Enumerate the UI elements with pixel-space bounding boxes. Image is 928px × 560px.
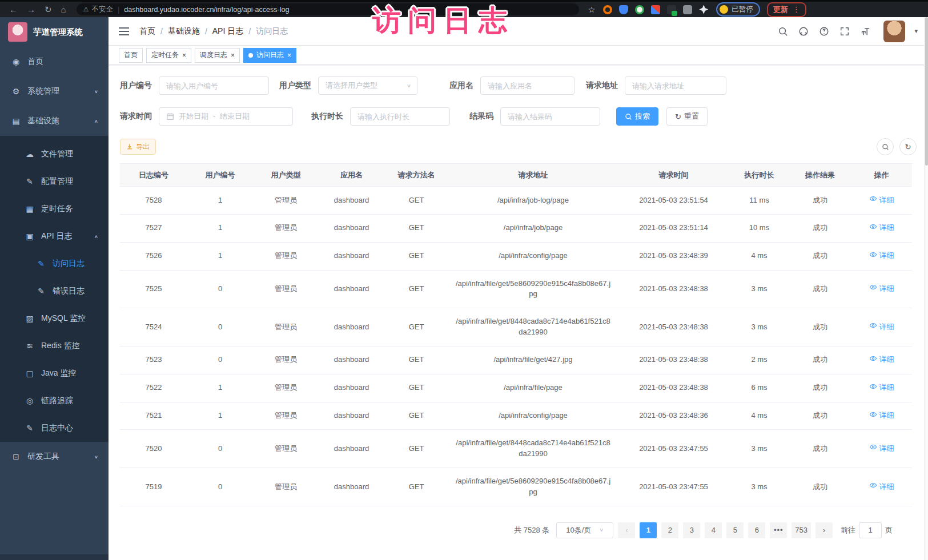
- date-range-picker[interactable]: 开始日期 - 结束日期: [159, 107, 293, 126]
- detail-link[interactable]: 详细: [869, 354, 894, 366]
- user-id-input[interactable]: [166, 82, 262, 90]
- extension-icon[interactable]: [699, 5, 708, 14]
- detail-link[interactable]: 详细: [869, 321, 894, 333]
- sidebar-item[interactable]: ✎错误日志: [0, 277, 109, 305]
- sidebar-item[interactable]: ✎日志中心: [0, 414, 109, 442]
- start-date-placeholder: 开始日期: [179, 111, 208, 122]
- browser-menu-dots-icon[interactable]: ⋮: [793, 5, 800, 14]
- breadcrumb-item[interactable]: 基础设施: [168, 26, 200, 37]
- browser-forward-icon[interactable]: →: [27, 5, 35, 14]
- sidebar-item[interactable]: ☁文件管理: [0, 136, 109, 168]
- detail-label: 详细: [879, 195, 894, 206]
- breadcrumb-item[interactable]: 首页: [139, 26, 155, 37]
- extension-icon[interactable]: [651, 5, 660, 14]
- result-code-input[interactable]: [508, 112, 593, 121]
- address-bar[interactable]: ⚠ 不安全 | dashboard.yudao.iocoder.cn/infra…: [77, 3, 579, 15]
- browser-home-icon[interactable]: ⌂: [61, 5, 66, 14]
- app-name-input[interactable]: [488, 82, 567, 90]
- page-size-select[interactable]: 10条/页 ∨: [556, 522, 613, 538]
- avatar-caret-down-icon[interactable]: ▾: [914, 27, 918, 35]
- security-label[interactable]: 不安全: [92, 5, 114, 14]
- browser-back-icon[interactable]: ←: [9, 5, 18, 14]
- search-button[interactable]: 搜索: [616, 107, 658, 126]
- sidebar-item[interactable]: ≋Redis 监控: [0, 332, 109, 360]
- pager-ellipsis[interactable]: •••: [770, 522, 787, 538]
- detail-link[interactable]: 详细: [869, 195, 894, 206]
- toggle-search-button[interactable]: [877, 138, 894, 155]
- breadcrumb-item[interactable]: API 日志: [212, 26, 243, 37]
- page-unit-label: 页: [885, 525, 893, 535]
- tag-active[interactable]: 访问日志×: [243, 48, 296, 63]
- log-center-icon: ✎: [25, 424, 34, 433]
- sidebar-item[interactable]: ⊡研发工具∨: [0, 442, 109, 472]
- sidebar-item[interactable]: ▢Java 监控: [0, 360, 109, 387]
- hamburger-icon[interactable]: [119, 27, 129, 35]
- sidebar-item[interactable]: ◉首页: [0, 47, 109, 76]
- search-icon[interactable]: [777, 26, 789, 37]
- user-type-select[interactable]: 请选择用户类型 ∨: [318, 76, 417, 95]
- result-code-label: 结果码: [469, 111, 493, 122]
- sidebar-item[interactable]: ▤基础设施∧: [0, 106, 109, 136]
- fullscreen-icon[interactable]: [839, 26, 850, 37]
- user-avatar[interactable]: [883, 21, 905, 42]
- tag-item[interactable]: 首页: [119, 48, 143, 63]
- sidebar-item[interactable]: ▣API 日志∧: [0, 223, 109, 250]
- browser-reload-icon[interactable]: ↻: [45, 5, 52, 14]
- page-button[interactable]: 1: [640, 522, 657, 538]
- page-button[interactable]: 4: [705, 522, 722, 538]
- reset-button[interactable]: ↻ 重置: [666, 107, 708, 126]
- detail-link[interactable]: 详细: [869, 251, 894, 262]
- sidebar-item[interactable]: ◎链路追踪: [0, 387, 109, 414]
- error-log-icon: ✎: [37, 287, 46, 296]
- scrollbar[interactable]: [924, 17, 928, 560]
- sidebar-item[interactable]: ✎访问日志: [0, 250, 109, 277]
- extension-icon[interactable]: [667, 5, 676, 14]
- page-button[interactable]: 6: [748, 522, 765, 538]
- filter-row-2: 请求时间 开始日期 - 结束日期 执行时长 结果码 搜索: [120, 107, 917, 126]
- sidebar-menu: ◉首页⚙系统管理∨▤基础设施∧☁文件管理✎配置管理▦定时任务▣API 日志∧✎访…: [0, 47, 109, 472]
- font-size-icon[interactable]: [859, 26, 871, 37]
- extension-icon[interactable]: [683, 5, 692, 14]
- help-icon[interactable]: [818, 26, 830, 37]
- detail-link[interactable]: 详细: [869, 481, 894, 493]
- sidebar-item[interactable]: ✎配置管理: [0, 168, 109, 195]
- tag-item[interactable]: 定时任务×: [146, 48, 191, 63]
- app-logo[interactable]: 芋道管理系统: [0, 17, 109, 47]
- page-button[interactable]: 753: [792, 522, 811, 538]
- github-icon[interactable]: [798, 26, 809, 37]
- request-url-input[interactable]: [632, 82, 719, 90]
- extension-icon[interactable]: [635, 5, 644, 14]
- page-button[interactable]: 5: [726, 522, 744, 538]
- detail-label: 详细: [879, 223, 894, 233]
- extension-icon[interactable]: [603, 5, 612, 14]
- page-button[interactable]: 2: [661, 522, 678, 538]
- export-button[interactable]: 导出: [120, 139, 156, 155]
- detail-link[interactable]: 详细: [869, 223, 894, 234]
- goto-page-input[interactable]: [859, 522, 882, 538]
- close-icon[interactable]: ×: [182, 52, 186, 59]
- bookmark-star-icon[interactable]: ☆: [588, 5, 596, 14]
- next-page-button[interactable]: ›: [815, 522, 833, 538]
- duration-input[interactable]: [357, 112, 443, 121]
- close-icon[interactable]: ×: [231, 52, 235, 59]
- browser-update-button[interactable]: 更新 ⋮: [767, 2, 806, 17]
- detail-link[interactable]: 详细: [869, 382, 894, 394]
- profile-paused-badge[interactable]: 已暂停: [716, 2, 760, 17]
- scrollbar-thumb[interactable]: [925, 17, 928, 166]
- cell-app-name: dashboard: [319, 242, 384, 270]
- detail-link[interactable]: 详细: [869, 283, 894, 295]
- detail-link[interactable]: 详细: [869, 410, 894, 422]
- sidebar-item[interactable]: ⚙系统管理∨: [0, 76, 109, 106]
- sidebar-item-label: MySQL 监控: [41, 313, 86, 324]
- sidebar-item[interactable]: ▨MySQL 监控: [0, 305, 109, 332]
- refresh-table-button[interactable]: ↻: [899, 138, 917, 155]
- close-icon[interactable]: ×: [287, 52, 291, 59]
- detail-link[interactable]: 详细: [869, 443, 894, 454]
- extension-icon[interactable]: [619, 5, 628, 14]
- prev-page-button[interactable]: ‹: [618, 522, 635, 538]
- cell-user-id: 1: [187, 402, 253, 430]
- page-url[interactable]: dashboard.yudao.iocoder.cn/infra/log/api…: [124, 6, 289, 14]
- tag-item[interactable]: 调度日志×: [195, 48, 240, 63]
- page-button[interactable]: 3: [683, 522, 700, 538]
- sidebar-item[interactable]: ▦定时任务: [0, 195, 109, 223]
